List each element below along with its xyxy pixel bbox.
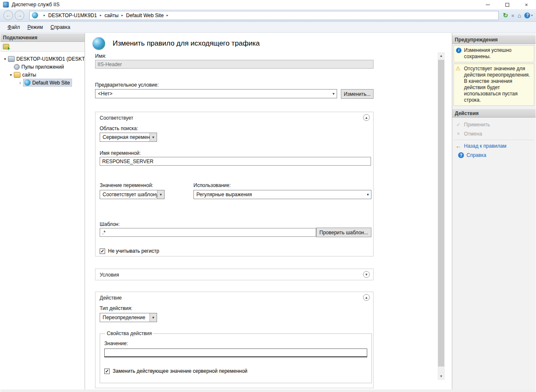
back-to-rules-action[interactable]: ← Назад к правилам [452, 141, 536, 151]
chevron-down-icon: ▼ [157, 190, 164, 199]
info-icon: i [456, 48, 461, 53]
back-button[interactable]: ← [3, 10, 13, 20]
scrollbar-thumb[interactable] [438, 60, 444, 366]
menu-help[interactable]: Справка [47, 23, 74, 32]
breadcrumb-item-default-web-site[interactable]: Default Web Site [126, 13, 164, 18]
tree-item-label: Default Web Site [32, 80, 70, 86]
window-controls: × [478, 0, 536, 9]
window-title: Диспетчер служб IIS [12, 2, 59, 8]
cancel-label: Отмена [464, 131, 482, 137]
page-title: Изменить правило для исходящего трафика [113, 39, 260, 48]
help-action[interactable]: ? Справка [452, 151, 536, 160]
info-alert-text: Изменения успешно сохранены. [464, 47, 511, 59]
chevron-collapsed-icon[interactable]: › [17, 80, 23, 86]
value-input[interactable] [104, 348, 367, 357]
chevron-expanded-icon[interactable]: ▾ [2, 57, 8, 61]
pattern-input[interactable] [100, 228, 316, 237]
scroll-down-button[interactable]: ▼ [438, 373, 445, 380]
replace-checkbox[interactable]: ✓ [104, 369, 110, 374]
using-select[interactable]: Регулярные выражения ▼ [193, 190, 371, 199]
variable-value-select[interactable]: Соответствует шаблону ▼ [100, 190, 165, 199]
chevron-up-icon: ▲ [365, 116, 368, 120]
variable-value-value: Соответствует шаблону [100, 192, 157, 197]
action-section-title: Действие [100, 295, 122, 301]
collapse-section-button[interactable]: ▲ [363, 294, 370, 301]
warning-icon: ⚠ [456, 65, 461, 72]
help-icon: ? [524, 13, 530, 18]
tree-item-label: сайты [22, 72, 36, 78]
action-section: Действие ▲ Тип действия: Переопределение… [95, 292, 374, 388]
breadcrumb[interactable]: ▸ DESKTOP-U1MK9D1 ▸ сайты ▸ Default Web … [29, 11, 499, 20]
actions-list: ✓ Применить × Отмена ← Назад к правилам … [452, 118, 536, 160]
tree-item-label: DESKTOP-U1MK9D1 (DESKTOI [16, 56, 85, 62]
stop-icon: ■ [511, 12, 514, 19]
chevron-down-icon: ▼ [149, 133, 157, 141]
actions-header: Действия [452, 109, 536, 118]
scope-select[interactable]: Серверная переменн ▼ [100, 133, 157, 142]
warning-alert: ⚠ Отсутствует значение для действия пере… [454, 64, 534, 106]
server-icon [8, 56, 15, 62]
precondition-select[interactable]: <Нет> ▼ [95, 89, 337, 98]
breadcrumb-item-server[interactable]: DESKTOP-U1MK9D1 [48, 13, 97, 18]
ignore-case-checkbox[interactable]: ✓ [100, 249, 105, 254]
chevron-expanded-icon[interactable]: ▾ [8, 73, 14, 77]
warning-alert-text: Отсутствует значение для действия переоп… [464, 66, 530, 103]
tree-item-sites[interactable]: ▾ сайты [0, 71, 85, 79]
maximize-button[interactable] [497, 0, 517, 9]
scroll-up-button[interactable]: ▲ [438, 52, 445, 59]
match-section-title: Соответствует [100, 115, 133, 121]
menu-view[interactable]: Режим [24, 23, 47, 32]
home-icon[interactable]: ⌂ [518, 12, 521, 19]
breadcrumb-item-sites[interactable]: сайты [105, 13, 119, 18]
selected-tree-item[interactable]: Default Web Site [23, 79, 72, 87]
scope-label: Область поиска: [100, 126, 138, 131]
close-icon: × [525, 2, 528, 8]
chevron-down-icon: ▼ [149, 313, 157, 322]
expand-section-button[interactable]: ▼ [363, 271, 370, 278]
action-properties-legend: Свойства действия [105, 331, 153, 336]
collapse-section-button[interactable]: ▲ [363, 114, 370, 121]
connections-toolbar [0, 42, 85, 52]
variable-value-label: Значение переменной: [100, 182, 153, 188]
apply-icon: ✓ [455, 122, 461, 128]
tree-item-server[interactable]: ▾ DESKTOP-U1MK9D1 (DESKTOI [0, 55, 85, 63]
address-bar-icons: ↻ ■ ⌂ ? ▾ [503, 12, 533, 19]
checkmark-icon: ✓ [100, 249, 104, 254]
test-pattern-button[interactable]: Проверить шаблон... [316, 228, 371, 237]
action-type-value: Переопределение [100, 315, 149, 320]
create-connection-icon[interactable] [3, 44, 9, 49]
refresh-icon[interactable]: ↻ [503, 12, 508, 19]
tree-item-label: Пулы приложений [21, 64, 64, 70]
tree-item-default-web-site[interactable]: › Default Web Site [0, 79, 85, 87]
page-header: Изменить правило для исходящего трафика [93, 37, 260, 50]
chevron-up-icon: ▲ [365, 296, 368, 300]
action-type-select[interactable]: Переопределение ▼ [100, 313, 157, 322]
cancel-action: × Отмена [452, 129, 536, 138]
checkmark-icon: ✓ [105, 369, 109, 374]
back-to-rules-label[interactable]: Назад к правилам [464, 143, 506, 149]
breadcrumb-separator-icon: ▸ [167, 13, 168, 17]
forward-button[interactable]: → [15, 10, 24, 20]
maximize-icon [505, 3, 509, 7]
action-properties-group: Свойства действия Значение: ✓ Заменить д… [100, 331, 372, 383]
menu-file[interactable]: Файл [4, 23, 24, 32]
help-label[interactable]: Справка [466, 152, 486, 158]
name-label: Имя: [95, 53, 106, 59]
close-button[interactable]: × [517, 0, 536, 9]
pattern-label: Шаблон: [100, 221, 120, 227]
variable-name-input[interactable] [100, 157, 371, 166]
using-value: Регулярные выражения [194, 192, 365, 197]
chevron-down-icon: ▼ [330, 92, 337, 96]
help-menu-button[interactable]: ? ▾ [524, 12, 533, 19]
app-pools-icon [14, 64, 20, 70]
match-section: Соответствует ▲ Область поиска: Серверна… [95, 112, 374, 256]
name-input [95, 60, 374, 69]
tree-item-app-pools[interactable]: Пулы приложений [0, 63, 85, 71]
conditions-section-title: Условия [100, 272, 119, 278]
edit-precondition-button[interactable]: Изменить... [341, 89, 374, 99]
vertical-scrollbar[interactable]: ▲ ▼ [438, 52, 445, 380]
minimize-button[interactable] [478, 0, 497, 9]
chevron-down-icon: ▾ [531, 14, 533, 17]
breadcrumb-separator-icon: ▸ [100, 13, 102, 17]
titlebar: Диспетчер служб IIS × [0, 0, 536, 9]
